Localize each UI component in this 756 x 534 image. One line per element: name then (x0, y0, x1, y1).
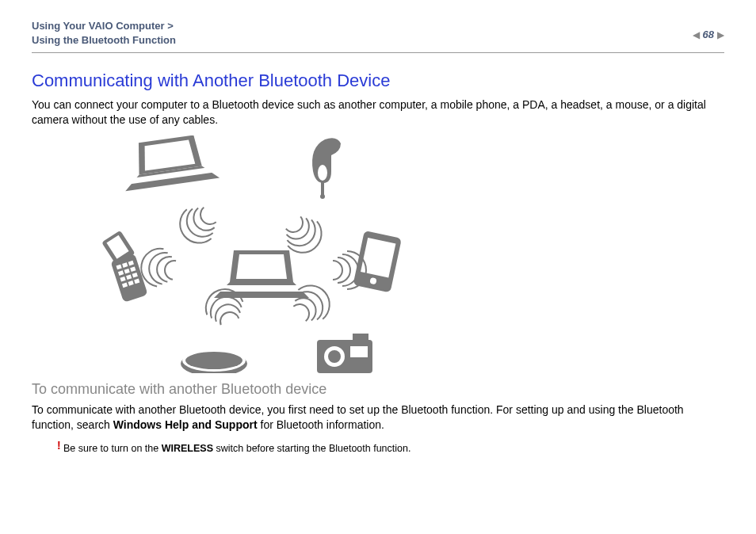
laptop-icon (119, 135, 220, 191)
bluetooth-diagram (79, 135, 428, 373)
mouse-icon (181, 349, 247, 373)
intro-paragraph: You can connect your computer to a Bluet… (32, 97, 724, 128)
svg-marker-2 (236, 254, 287, 279)
next-page-arrow-icon[interactable]: ▶ (717, 29, 724, 40)
breadcrumb: Using Your VAIO Computer > Using the Blu… (32, 19, 176, 48)
laptop-center-icon (214, 250, 309, 298)
svg-point-21 (185, 352, 242, 369)
svg-point-17 (328, 350, 341, 363)
page-header: Using Your VAIO Computer > Using the Blu… (32, 19, 724, 53)
prev-page-arrow-icon[interactable]: ◀ (693, 29, 700, 40)
page-nav: ◀ 68 ▶ (693, 19, 724, 40)
warning-text: Be sure to turn on the WIRELESS switch b… (63, 443, 410, 454)
breadcrumb-line2: Using the Bluetooth Function (32, 33, 176, 48)
breadcrumb-line1: Using Your VAIO Computer > (32, 19, 176, 33)
page-number: 68 (703, 29, 714, 40)
camera-icon (317, 334, 372, 373)
svg-point-10 (320, 194, 325, 199)
warning-icon: ! (57, 439, 61, 452)
help-support-bold: Windows Help and Support (113, 418, 258, 431)
headset-icon (312, 138, 341, 199)
section-subhead: To communicate with another Bluetooth de… (32, 381, 724, 398)
svg-rect-15 (353, 334, 368, 341)
svg-point-8 (318, 165, 327, 181)
warning-note: ! Be sure to turn on the WIRELESS switch… (32, 441, 724, 455)
instruction-paragraph: To communicate with another Bluetooth de… (32, 402, 724, 433)
svg-rect-18 (350, 346, 368, 357)
svg-rect-9 (321, 181, 324, 195)
page-title: Communicating with Another Bluetooth Dev… (32, 71, 724, 91)
